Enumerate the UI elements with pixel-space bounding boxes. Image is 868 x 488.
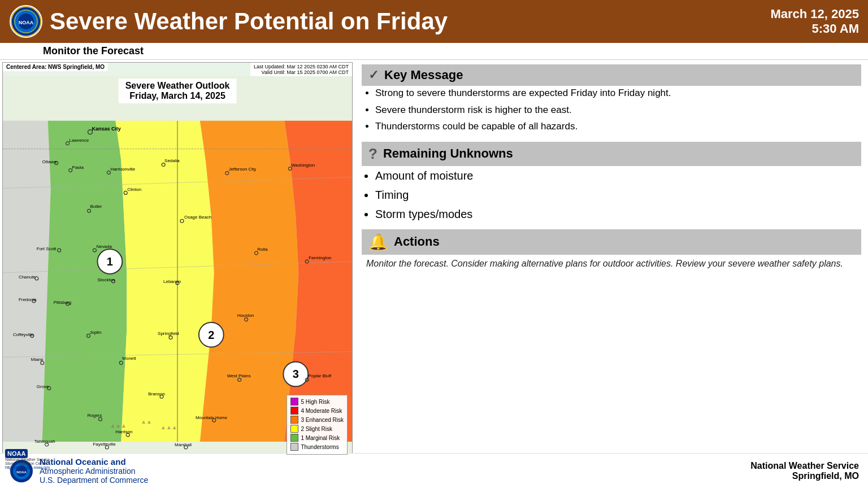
remaining-unknowns-section: ? Remaining Unknowns Amount of moisture … <box>362 142 861 224</box>
svg-text:Harrison: Harrison <box>115 429 132 434</box>
actions-title: Actions <box>394 234 440 249</box>
unknown-item-1: Amount of moisture <box>375 166 861 185</box>
legend-label-slight: 2 Slight Risk <box>301 426 332 432</box>
key-message-item-3: Thunderstorms could be capable of all ha… <box>375 119 861 134</box>
subtitle-text: Monitor the Forecast <box>43 45 144 56</box>
svg-text:Nevada: Nevada <box>96 244 112 249</box>
question-mark-icon: ? <box>368 145 377 163</box>
svg-text:Rolla: Rolla <box>258 247 268 252</box>
key-message-header: ✓ Key Message <box>362 64 861 86</box>
legend-row-tstorms: Thunderstorms <box>290 443 344 451</box>
legend-row-enhanced: 3 Enhanced Risk <box>290 416 344 424</box>
remaining-unknowns-header: ? Remaining Unknowns <box>362 142 861 166</box>
svg-text:Tahlequah: Tahlequah <box>34 439 55 444</box>
svg-text:2: 2 <box>208 329 214 341</box>
svg-text:1: 1 <box>107 255 113 268</box>
svg-text:Joplin: Joplin <box>90 330 102 335</box>
legend-color-moderate <box>290 407 298 415</box>
svg-text:Branson: Branson <box>148 391 165 396</box>
svg-text:Rogers: Rogers <box>88 413 102 418</box>
legend-label-enhanced: 3 Enhanced Risk <box>301 417 344 423</box>
legend-label-high: 5 High Risk <box>301 399 329 405</box>
header-date: March 12, 2025 5:30 AM <box>770 7 859 36</box>
svg-text:Jefferson City: Jefferson City <box>229 167 257 172</box>
svg-text:Fredonia: Fredonia <box>19 297 37 302</box>
map-legend: 5 High Risk 4 Moderate Risk 3 Enhanced R… <box>287 395 348 455</box>
legend-label-marginal: 1 Marginal Risk <box>301 435 340 441</box>
checkmark-icon: ✓ <box>368 68 379 82</box>
legend-color-slight <box>290 425 298 433</box>
svg-text:Harrisonville: Harrisonville <box>110 167 135 172</box>
svg-text:Clinton: Clinton <box>127 187 141 192</box>
noaa-badge-text: NOAA <box>5 449 28 458</box>
legend-label-tstorms: Thunderstorms <box>301 444 338 450</box>
map-noaa-badge: NOAA National Weather Service Storm Pred… <box>5 450 50 469</box>
svg-text:Ottawa: Ottawa <box>42 159 57 164</box>
svg-text:NOAA: NOAA <box>19 20 34 25</box>
map-centered-area: Centered Area: NWS Springfield, MO <box>3 63 108 71</box>
legend-row-moderate: 4 Moderate Risk <box>290 407 344 415</box>
svg-text:NOAA: NOAA <box>16 470 27 474</box>
svg-text:Pittsburg: Pittsburg <box>54 300 71 305</box>
footer-org-text: National Oceanic and Atmospheric Adminis… <box>40 457 148 485</box>
svg-text:Sedalia: Sedalia <box>164 158 180 163</box>
svg-text:Houston: Houston <box>237 313 254 318</box>
map-title-overlay: Severe Weather Outlook Friday, March 14,… <box>119 79 237 103</box>
actions-text: Monitor the forecast. Consider making al… <box>362 255 861 273</box>
main-content: Centered Area: NWS Springfield, MO Last … <box>0 60 868 474</box>
svg-text:Grove: Grove <box>37 384 49 389</box>
svg-text:Fayetteville: Fayetteville <box>93 442 116 447</box>
footer: NOAA National Oceanic and Atmospheric Ad… <box>0 453 868 488</box>
svg-text:Coffeyville: Coffeyville <box>13 332 34 337</box>
header: NOAA Severe Weather Potential on Friday … <box>0 0 868 43</box>
svg-text:Chanute: Chanute <box>19 274 36 280</box>
key-message-list: Strong to severe thunderstorms are expec… <box>362 86 861 134</box>
svg-text:Stockton: Stockton <box>97 277 115 282</box>
legend-color-tstorms <box>290 443 298 451</box>
svg-text:Lawrence: Lawrence <box>70 138 89 143</box>
remaining-unknowns-title: Remaining Unknowns <box>383 146 513 161</box>
svg-text:Farmington: Farmington <box>309 255 331 260</box>
header-left: NOAA Severe Weather Potential on Friday <box>9 5 448 38</box>
svg-text:Washington: Washington <box>291 163 315 168</box>
svg-text:Kansas City: Kansas City <box>92 126 120 132</box>
map-last-updated: Last Updated: Mar 12 2025 0230 AM CDT Va… <box>250 63 352 76</box>
legend-color-high <box>290 398 298 406</box>
svg-text:Marshall: Marshall <box>175 442 192 447</box>
map-area: Centered Area: NWS Springfield, MO Last … <box>2 62 353 472</box>
remaining-unknowns-list: Amount of moisture Timing Storm types/mo… <box>362 166 861 224</box>
actions-header: 🔔 Actions <box>362 229 861 255</box>
svg-text:Lebanon: Lebanon <box>163 279 181 284</box>
legend-label-moderate: 4 Moderate Risk <box>301 408 342 414</box>
unknown-item-3: Storm types/modes <box>375 204 861 224</box>
key-message-title: Key Message <box>384 68 463 82</box>
svg-text:Mountain Home: Mountain Home <box>196 415 228 420</box>
actions-icon: 🔔 <box>368 233 388 251</box>
svg-marker-7 <box>3 121 51 442</box>
svg-text:Miami: Miami <box>31 357 43 362</box>
svg-text:▲▲▲: ▲▲▲ <box>110 422 127 429</box>
svg-text:Monett: Monett <box>122 356 136 361</box>
legend-color-enhanced <box>290 416 298 424</box>
svg-text:Fort Scott: Fort Scott <box>37 246 57 251</box>
page-title: Severe Weather Potential on Friday <box>50 8 448 34</box>
legend-color-marginal <box>290 434 298 442</box>
svg-text:Poplar Bluff: Poplar Bluff <box>308 373 332 378</box>
unknown-item-2: Timing <box>375 185 861 204</box>
svg-text:▲▲: ▲▲ <box>141 419 152 425</box>
actions-section: 🔔 Actions Monitor the forecast. Consider… <box>362 229 861 273</box>
right-panel: ✓ Key Message Strong to severe thunderst… <box>355 60 868 474</box>
footer-nws: National Weather Service Springfield, MO <box>750 461 859 481</box>
key-message-item-1: Strong to severe thunderstorms are expec… <box>375 86 861 101</box>
svg-text:▲▲▲: ▲▲▲ <box>160 424 177 430</box>
legend-row-marginal: 1 Marginal Risk <box>290 434 344 442</box>
svg-text:Springfield: Springfield <box>158 331 179 336</box>
noaa-logo-icon: NOAA <box>9 5 43 38</box>
svg-text:Paola: Paola <box>72 165 84 170</box>
legend-row-high: 5 High Risk <box>290 398 344 406</box>
key-message-item-2: Severe thunderstorm risk is higher to th… <box>375 103 861 117</box>
subtitle-bar: Monitor the Forecast <box>0 43 868 60</box>
legend-row-slight: 2 Slight Risk <box>290 425 344 433</box>
svg-text:Osage Beach: Osage Beach <box>184 215 211 220</box>
svg-text:3: 3 <box>293 368 299 380</box>
